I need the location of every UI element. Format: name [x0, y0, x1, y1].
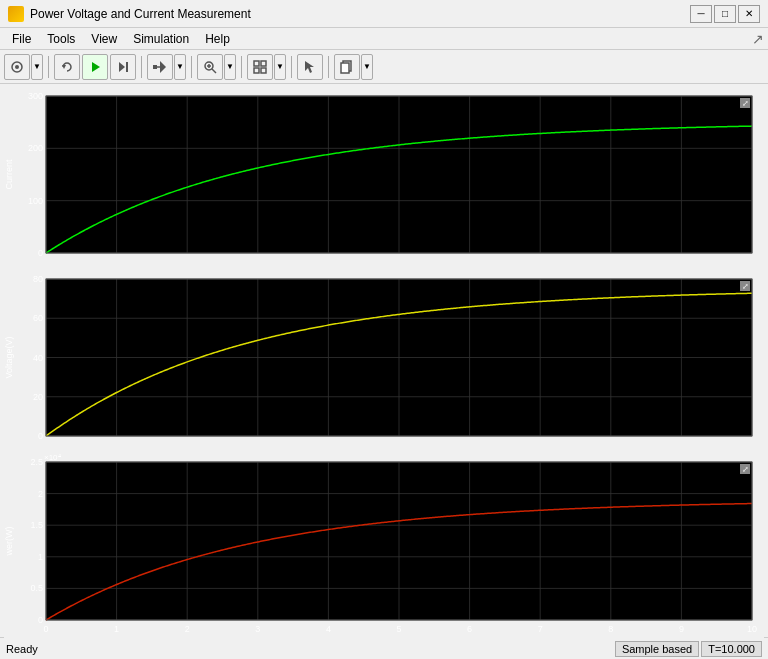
titlebar: Power Voltage and Current Measurement ─ …	[0, 0, 768, 28]
status-time: T=10.000	[701, 641, 762, 657]
chart-canvas	[4, 88, 764, 640]
main-content	[0, 84, 768, 637]
menu-expand-icon[interactable]: ↗	[752, 31, 764, 47]
separator-3	[191, 56, 192, 78]
separator-5	[291, 56, 292, 78]
svg-rect-6	[153, 65, 157, 69]
tb-settings-button[interactable]	[4, 54, 30, 80]
tb-clipboard-button[interactable]	[334, 54, 360, 80]
svg-rect-19	[341, 63, 349, 73]
tb-zoom-arrow[interactable]: ▼	[224, 54, 236, 80]
svg-line-10	[212, 69, 216, 73]
tb-zoomin-button[interactable]	[197, 54, 223, 80]
tb-stepforward-button[interactable]	[110, 54, 136, 80]
maximize-button[interactable]: □	[714, 5, 736, 23]
tb-sim-arrow[interactable]: ▼	[174, 54, 186, 80]
app-icon	[8, 6, 24, 22]
svg-rect-16	[261, 68, 266, 73]
tb-settings-arrow[interactable]: ▼	[31, 54, 43, 80]
separator-2	[141, 56, 142, 78]
menu-simulation[interactable]: Simulation	[125, 30, 197, 48]
minimize-button[interactable]: ─	[690, 5, 712, 23]
status-ready-text: Ready	[6, 643, 615, 655]
svg-marker-3	[92, 62, 100, 72]
svg-marker-17	[305, 61, 314, 73]
separator-6	[328, 56, 329, 78]
svg-rect-14	[261, 61, 266, 66]
menu-view[interactable]: View	[83, 30, 125, 48]
menu-file[interactable]: File	[4, 30, 39, 48]
toolbar: ▼ ▼ ▼ ▼ ▼	[0, 50, 768, 84]
tb-revert-button[interactable]	[54, 54, 80, 80]
window-controls: ─ □ ✕	[690, 5, 760, 23]
tb-play-button[interactable]	[82, 54, 108, 80]
tb-clipboard-arrow[interactable]: ▼	[361, 54, 373, 80]
separator-4	[241, 56, 242, 78]
svg-rect-15	[254, 68, 259, 73]
close-button[interactable]: ✕	[738, 5, 760, 23]
svg-marker-7	[160, 61, 166, 73]
svg-marker-4	[119, 62, 125, 72]
menu-help[interactable]: Help	[197, 30, 238, 48]
menu-tools[interactable]: Tools	[39, 30, 83, 48]
svg-rect-5	[126, 62, 128, 72]
separator-1	[48, 56, 49, 78]
menubar: File Tools View Simulation Help ↗	[0, 28, 768, 50]
svg-point-1	[15, 65, 19, 69]
statusbar: Ready Sample based T=10.000	[0, 637, 768, 659]
tb-cursor-button[interactable]	[297, 54, 323, 80]
window-title: Power Voltage and Current Measurement	[30, 7, 690, 21]
svg-rect-13	[254, 61, 259, 66]
tb-sim-settings-button[interactable]	[147, 54, 173, 80]
status-sample-based: Sample based	[615, 641, 699, 657]
tb-fullscreen-button[interactable]	[247, 54, 273, 80]
tb-fullscreen-arrow[interactable]: ▼	[274, 54, 286, 80]
